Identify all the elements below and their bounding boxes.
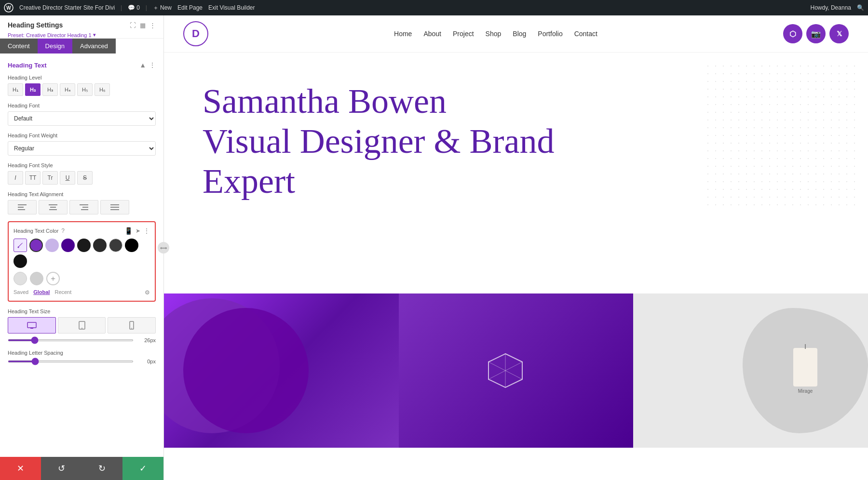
svg-rect-5 — [49, 204, 57, 205]
size-value-display: 26px — [138, 337, 156, 343]
svg-rect-6 — [50, 207, 56, 208]
tab-design[interactable]: Design — [38, 39, 72, 53]
social-instagram[interactable]: 📷 — [806, 24, 826, 43]
svg-rect-3 — [18, 207, 24, 208]
color-swatch-add[interactable]: ＋ — [46, 272, 60, 285]
nav-home[interactable]: Home — [394, 30, 412, 38]
align-center-button[interactable] — [39, 200, 68, 214]
heading-level-buttons: H₁ H₂ H₃ H₄ H₅ H₆ — [8, 83, 156, 96]
site-logo[interactable]: D — [183, 21, 208, 46]
italic-button[interactable]: I — [8, 171, 23, 185]
admin-bar-search-icon[interactable]: 🔍 — [857, 4, 864, 11]
redo-button[interactable]: ↻ — [82, 457, 123, 480]
color-swatch-dark1[interactable] — [77, 239, 91, 252]
heading-font-style-label: Heading Font Style — [8, 162, 156, 168]
size-tablet-button[interactable] — [58, 317, 106, 333]
nav-blog[interactable]: Blog — [513, 30, 526, 38]
h2-button[interactable]: H₂ — [25, 83, 41, 96]
color-swatch-purple[interactable] — [29, 239, 43, 252]
color-swatch-dark-purple[interactable] — [61, 239, 75, 252]
heading-alignment-buttons — [8, 200, 156, 214]
panel-fullscreen-icon[interactable]: ⛶ — [130, 22, 136, 29]
align-justify-button[interactable] — [100, 200, 129, 214]
color-swatch-white1[interactable] — [14, 272, 27, 285]
color-section-header: Heading Text Color ? 📱 ➤ ⋮ — [14, 227, 150, 235]
admin-bar: W Creative Director Starter Site For Div… — [0, 0, 868, 15]
color-settings-icon[interactable]: ⚙ — [145, 289, 150, 296]
panel-layout-icon[interactable]: ▦ — [140, 22, 146, 29]
color-swatch-white2[interactable] — [30, 272, 43, 285]
color-swatch-light-purple[interactable] — [45, 239, 59, 252]
align-right-button[interactable] — [69, 200, 98, 214]
h6-button[interactable]: H₆ — [95, 83, 110, 96]
size-icon-buttons — [8, 317, 156, 333]
cancel-button[interactable]: ✕ — [0, 457, 41, 480]
image-right: Mirage — [633, 293, 868, 448]
color-tab-saved[interactable]: Saved — [14, 289, 28, 296]
panel-preset[interactable]: Preset: Creative Director Heading 1 ▾ — [8, 32, 156, 38]
social-dribbble[interactable]: ⬡ — [783, 24, 802, 43]
underline-button[interactable]: U — [60, 171, 75, 185]
size-slider-row: 26px — [8, 337, 156, 343]
heading-font-weight-select[interactable]: Regular — [8, 141, 156, 156]
color-swatch-dark2[interactable] — [93, 239, 107, 252]
color-tab-global[interactable]: Global — [33, 289, 50, 296]
letter-spacing-slider[interactable] — [8, 360, 134, 362]
color-mobile-icon[interactable]: 📱 — [124, 227, 133, 235]
admin-bar-howdy: Howdy, Deanna — [811, 4, 852, 11]
heading-text-color-section: Heading Text Color ? 📱 ➤ ⋮ — [8, 221, 156, 302]
resize-handle[interactable]: ⟺ — [158, 242, 169, 253]
panel-title: Heading Settings — [8, 21, 63, 29]
color-swatch-dark3[interactable] — [109, 239, 122, 252]
color-tabs: Saved Global Recent ⚙ — [14, 289, 150, 296]
align-left-button[interactable] — [8, 200, 37, 214]
color-arrow-icon[interactable]: ➤ — [136, 227, 140, 234]
align-right-icon — [80, 204, 88, 210]
h4-button[interactable]: H₄ — [60, 83, 75, 96]
svg-rect-12 — [110, 207, 119, 208]
nav-contact[interactable]: Contact — [574, 30, 597, 38]
save-button[interactable]: ✓ — [122, 457, 163, 480]
capitalize-button[interactable]: Tr — [42, 171, 58, 185]
blob-shape: Mirage — [743, 308, 868, 433]
admin-bar-new[interactable]: ＋ New — [153, 4, 172, 12]
strikethrough-button[interactable]: S — [77, 171, 93, 185]
color-menu-icon[interactable]: ⋮ — [143, 227, 150, 235]
heading-text-size-group: Heading Text Size 26px — [8, 308, 156, 343]
tab-advanced[interactable]: Advanced — [72, 39, 116, 53]
color-help-icon[interactable]: ? — [61, 227, 65, 234]
letter-spacing-value: 0px — [138, 359, 156, 364]
section-menu-icon[interactable]: ⋮ — [149, 61, 156, 69]
bottom-toolbar: ✕ ↺ ↻ ✓ — [0, 457, 163, 480]
main-layout: Heading Settings ⛶ ▦ ⋮ Preset: Creative … — [0, 15, 868, 480]
color-tab-recent[interactable]: Recent — [54, 289, 71, 296]
size-desktop-button[interactable] — [8, 317, 56, 333]
h3-button[interactable]: H₃ — [42, 83, 58, 96]
heading-letter-spacing-label: Heading Letter Spacing — [8, 350, 156, 356]
panel-menu-icon[interactable]: ⋮ — [149, 22, 156, 29]
section-collapse-icon[interactable]: ▲ — [139, 61, 146, 69]
eyedropper-tool[interactable] — [14, 239, 27, 252]
color-swatch-black2[interactable] — [14, 254, 27, 268]
nav-shop[interactable]: Shop — [486, 30, 502, 38]
size-mobile-button[interactable] — [108, 317, 156, 333]
eyedropper-icon — [17, 242, 24, 249]
nav-about[interactable]: About — [423, 30, 441, 38]
admin-bar-comment[interactable]: 💬 0 — [128, 4, 140, 11]
tab-content[interactable]: Content — [0, 39, 38, 53]
svg-rect-16 — [30, 328, 33, 329]
nav-project[interactable]: Project — [453, 30, 474, 38]
admin-bar-edit-page[interactable]: Edit Page — [177, 4, 203, 11]
color-swatch-black[interactable] — [125, 239, 138, 252]
admin-bar-exit[interactable]: Exit Visual Builder — [208, 4, 255, 11]
left-panel: Heading Settings ⛶ ▦ ⋮ Preset: Creative … — [0, 15, 164, 480]
undo-button[interactable]: ↺ — [41, 457, 82, 480]
social-twitter[interactable]: 𝕏 — [829, 24, 849, 43]
uppercase-button[interactable]: TT — [25, 171, 41, 185]
h1-button[interactable]: H₁ — [8, 83, 23, 96]
heading-font-select[interactable]: Default — [8, 111, 156, 126]
nav-portfolio[interactable]: Portfolio — [538, 30, 562, 38]
h5-button[interactable]: H₅ — [77, 83, 93, 96]
color-section-label: Heading Text Color ? — [14, 227, 65, 234]
size-slider[interactable] — [8, 339, 134, 341]
